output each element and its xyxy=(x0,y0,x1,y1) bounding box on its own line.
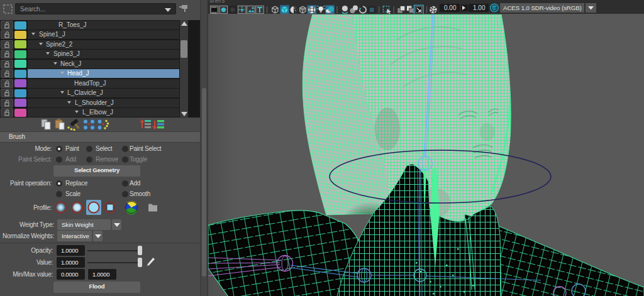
svg-text:ACES 1.0 SDR-video (sRGB): ACES 1.0 SDR-video (sRGB) xyxy=(503,4,582,11)
svg-text:1.00: 1.00 xyxy=(473,4,486,11)
svg-text:GB: GB xyxy=(492,6,497,10)
svg-text:0.00: 0.00 xyxy=(444,4,457,11)
